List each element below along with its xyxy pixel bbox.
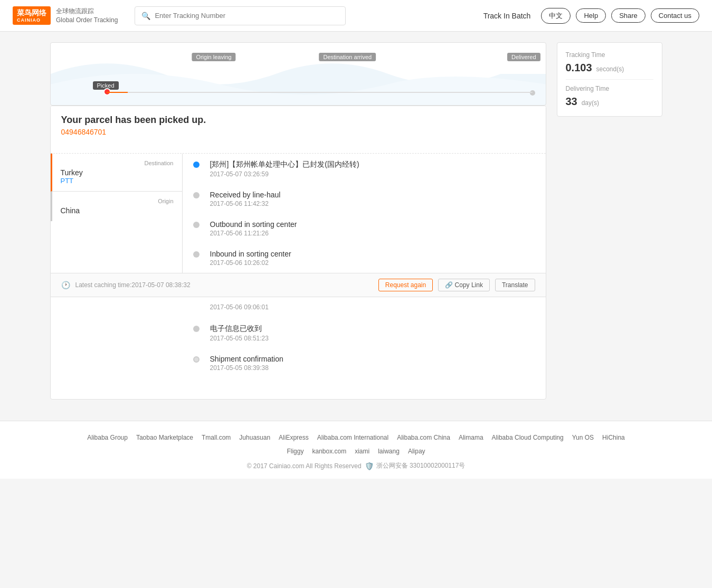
destination-label: Destination [61, 160, 174, 166]
footer-copyright: © 2017 Cainiao.com All Rights Reserved 🛡… [11, 461, 701, 470]
parcel-info: Your parcel has been picked up. 04946846… [51, 106, 546, 154]
timeline-event: Inbound in sorting center [210, 250, 291, 258]
timeline-time: 2017-05-07 03:26:59 [210, 170, 359, 178]
footer-link[interactable]: Alibaba.com China [397, 434, 450, 441]
destination-country: Turkey [61, 168, 174, 177]
request-again-button[interactable]: Request again [378, 279, 433, 291]
progress-map: Origin leaving Destination arrived Deliv… [50, 42, 546, 106]
origin-country: China [61, 206, 174, 215]
footer-link[interactable]: AliExpress [279, 434, 309, 441]
timeline-time: 2017-05-06 11:42:32 [210, 200, 281, 207]
timeline-time: 2017-05-05 08:51:23 [210, 335, 269, 342]
timeline-dot [193, 251, 200, 258]
progress-track [107, 92, 533, 93]
clock-icon: 🕐 [61, 281, 70, 289]
delivering-time-unit: day(s) [582, 99, 599, 107]
tracking-time-value-row: 0.103 second(s) [566, 62, 653, 74]
search-area: 🔍 [135, 6, 346, 25]
tracking-number: 04946846701 [61, 128, 535, 136]
timeline-item: 2017-05-06 09:06:01 [193, 297, 535, 318]
timeline-event: Received by line-haul [210, 191, 281, 199]
footer-link[interactable]: xiami [355, 448, 369, 455]
footer-link[interactable]: Juhuasuan [239, 434, 270, 441]
timeline-item: Received by line-haul 2017-05-06 11:42:3… [193, 184, 535, 214]
police-icon: 🛡️ [365, 462, 373, 470]
footer-link[interactable]: Tmall.com [202, 434, 231, 441]
origin-box: Origin China [51, 192, 182, 221]
left-panel: Origin leaving Destination arrived Deliv… [50, 42, 546, 400]
timeline-time: 2017-05-05 08:39:38 [210, 364, 283, 372]
footer-link[interactable]: Alimama [459, 434, 483, 441]
destination-carrier[interactable]: PTT [61, 177, 174, 185]
timeline-item: Inbound in sorting center 2017-05-06 10:… [193, 243, 535, 273]
timeline-event: Outbound in sorting center [210, 220, 297, 229]
search-input[interactable] [155, 12, 339, 20]
footer: Alibaba GroupTaobao MarketplaceTmall.com… [0, 421, 712, 479]
main-row: Destination Turkey PTT Origin China [51, 154, 546, 273]
logo-icon: 菜鸟网络 CAINIAO [13, 6, 51, 25]
header-right: Track In Batch 中文 Help Share Contact us [483, 8, 699, 24]
stage-origin-leaving: Origin leaving [192, 53, 235, 61]
logo-area: 菜鸟网络 CAINIAO 全球物流跟踪 Global Order Trackin… [13, 6, 118, 25]
timeline-dot [193, 222, 200, 228]
contact-us-button[interactable]: Contact us [651, 8, 699, 23]
timeline-item: Outbound in sorting center 2017-05-06 11… [193, 214, 535, 243]
footer-link[interactable]: Yun OS [572, 434, 594, 441]
timeline-item: Shipment confirmation 2017-05-05 08:39:3… [193, 348, 535, 378]
footer-link[interactable]: Alibaba.com International [317, 434, 388, 441]
search-icon: 🔍 [141, 12, 150, 20]
timeline-event: [郑州]【郑州帐单处理中心】已封发(国内经转) [210, 160, 359, 169]
logo-en-text: CAINIAO [17, 17, 46, 23]
footer-link[interactable]: Fliggy [287, 448, 303, 455]
timeline-item: [郑州]【郑州帐单处理中心】已封发(国内经转) 2017-05-07 03:26… [193, 154, 535, 184]
stage-destination-arrived: Destination arrived [319, 53, 376, 61]
footer-links-row1: Alibaba GroupTaobao MarketplaceTmall.com… [11, 434, 701, 441]
timeline-dot [193, 162, 200, 168]
copy-link-button[interactable]: 🔗 Copy Link [438, 279, 490, 291]
cache-text: Latest caching time:2017-05-07 08:38:32 [75, 281, 373, 289]
tracking-wrapper: Your parcel has been picked up. 04946846… [50, 106, 546, 400]
timeline-item: 电子信息已收到 2017-05-05 08:51:23 [193, 318, 535, 348]
cache-bar: 🕐 Latest caching time:2017-05-07 08:38:3… [51, 273, 546, 297]
link-icon: 🔗 [445, 281, 453, 289]
track-in-batch-button[interactable]: Track In Batch [483, 12, 531, 20]
side-info: Destination Turkey PTT Origin China [51, 154, 183, 273]
timeline-time: 2017-05-06 10:26:02 [210, 259, 291, 267]
help-button[interactable]: Help [576, 8, 606, 23]
delivering-time-value-row: 33 day(s) [566, 96, 653, 108]
logo-cn-text: 菜鸟网络 [17, 8, 46, 17]
timeline-container: [郑州]【郑州帐单处理中心】已封发(国内经转) 2017-05-07 03:26… [193, 154, 535, 273]
footer-link[interactable]: Taobao Marketplace [136, 434, 193, 441]
end-dot [530, 90, 535, 96]
footer-link[interactable]: Alibaba Cloud Computing [492, 434, 564, 441]
footer-link[interactable]: kanbox.com [312, 448, 346, 455]
tracking-time-card: Tracking Time 0.103 second(s) Delivering… [557, 42, 662, 117]
timeline-time: 2017-05-06 09:06:01 [210, 304, 269, 311]
tracking-time-value: 0.103 [566, 62, 592, 73]
timeline-event: Shipment confirmation [210, 355, 283, 363]
language-button[interactable]: 中文 [541, 8, 571, 24]
footer-link[interactable]: Alipay [408, 448, 425, 455]
main-content: Origin leaving Destination arrived Deliv… [40, 32, 673, 410]
right-panel: Tracking Time 0.103 second(s) Delivering… [557, 42, 662, 400]
share-button[interactable]: Share [611, 8, 645, 23]
origin-label: Origin [61, 198, 174, 204]
footer-link[interactable]: HiChina [602, 434, 625, 441]
events-col: [郑州]【郑州帐单处理中心】已封发(国内经转) 2017-05-07 03:26… [183, 154, 546, 273]
timeline-dot [193, 326, 200, 332]
footer-link[interactable]: laiwang [378, 448, 400, 455]
translate-button[interactable]: Translate [495, 279, 535, 291]
parcel-title: Your parcel has been picked up. [61, 115, 535, 126]
progress-fill [107, 92, 128, 93]
tracking-time-unit: second(s) [596, 65, 624, 73]
logo-subtitle: 全球物流跟踪 Global Order Tracking [56, 7, 118, 25]
footer-links-row2: Fliggykanbox.comxiamilaiwangAlipay [11, 448, 701, 455]
footer-link[interactable]: Alibaba Group [87, 434, 128, 441]
timeline-dot [193, 356, 200, 363]
timeline-container-2: 2017-05-06 09:06:01 电子信息已收到 2017-05-05 0… [51, 297, 546, 378]
tracking-time-label: Tracking Time [566, 51, 653, 59]
delivering-time-label: Delivering Time [566, 85, 653, 92]
destination-box: Destination Turkey PTT [51, 154, 182, 192]
stage-delivered: Delivered [507, 53, 540, 61]
timeline-dot [193, 192, 200, 198]
